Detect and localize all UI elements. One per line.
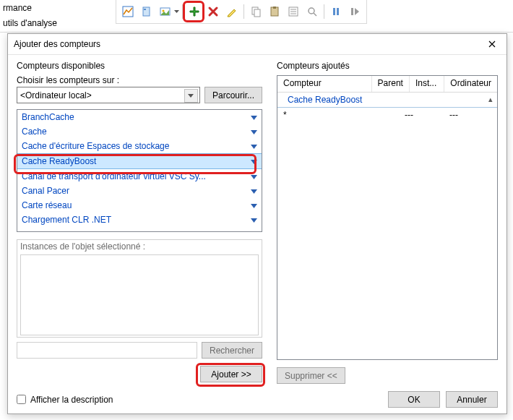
chevron-down-icon[interactable] [249,215,257,225]
counter-item[interactable]: Cache ReadyBoost [17,153,262,169]
counter-item[interactable]: Carte réseau [17,198,262,213]
svg-point-13 [309,8,314,14]
instances-label: Instances de l'objet sélectionné : [20,241,145,252]
computer-combo[interactable]: <Ordinateur local> [17,87,200,103]
bg-text-1: rmance [3,3,32,13]
show-description-input[interactable] [17,395,26,404]
added-counters-table[interactable]: Compteur Parent Inst... Ordinateur Cache… [277,75,498,360]
instances-group: Instances de l'objet sélectionné : [17,239,262,338]
add-counters-dialog: Ajouter des compteurs Compteurs disponib… [7,33,507,414]
counter-item[interactable]: BranchCache [17,110,262,124]
highlight-icon[interactable] [223,3,241,20]
chevron-down-icon[interactable] [249,141,257,151]
chevron-down-icon[interactable] [249,171,257,181]
close-button[interactable] [478,34,506,54]
counter-item[interactable]: Chargement CLR .NET [17,213,262,227]
counter-item-label: Cache [22,127,249,137]
chevron-down-icon[interactable] [249,200,257,210]
counter-item-label: Chargement CLR .NET [22,215,249,225]
counter-item[interactable]: Cache d'écriture Espaces de stockage [17,139,262,153]
object-row[interactable]: Cache ReadyBoost ▴ [277,93,497,108]
chevron-down-icon[interactable] [249,112,257,122]
counter-item-label: Carte réseau [22,200,249,210]
col-parent[interactable]: Parent [372,76,410,92]
add-counter-button[interactable] [186,3,203,20]
computer-combo-value: <Ordinateur local> [20,90,92,100]
svg-line-14 [314,13,316,16]
copy-icon[interactable] [247,3,264,20]
show-description-checkbox[interactable]: Afficher la description [17,395,113,405]
properties-icon[interactable] [285,3,302,20]
ok-button[interactable]: OK [388,391,440,408]
chevron-down-icon[interactable] [249,186,257,196]
counter-item-label: Cache d'écriture Espaces de stockage [22,141,249,151]
svg-point-4 [163,10,165,12]
counter-item[interactable]: Canal de transport d'ordinateur virtuel … [17,169,262,184]
svg-rect-2 [144,9,146,10]
chevron-down-icon[interactable] [249,127,257,137]
bg-text-2: utils d'analyse [3,18,57,28]
choose-computer-label: Choisir les compteurs sur : [17,75,262,85]
dropdown-caret-icon[interactable] [174,10,179,13]
added-counters-label: Compteurs ajoutés [277,61,498,71]
col-computer[interactable]: Ordinateur [444,76,497,92]
search-button[interactable]: Rechercher [202,342,262,359]
add-button[interactable]: Ajouter >> [200,366,262,382]
table-row[interactable]: * --- --- [277,108,497,122]
counter-item[interactable]: Cache [17,124,262,139]
svg-rect-1 [143,7,150,16]
chevron-down-icon[interactable] [184,89,198,103]
step-icon[interactable] [346,3,363,20]
instance-search-input[interactable] [17,342,197,359]
chart-type-icon[interactable] [119,3,137,20]
counter-item-label: Canal Pacer [22,186,249,196]
counter-item-label: Canal de transport d'ordinateur virtuel … [22,171,249,181]
titlebar: Ajouter des compteurs [8,34,506,55]
counter-item-label: Cache ReadyBoost [22,156,249,166]
instances-list[interactable] [20,254,259,335]
toolbar [116,0,367,24]
available-counters-label: Compteurs disponibles [17,61,262,71]
counters-list[interactable]: BranchCacheCacheCache d'écriture Espaces… [17,109,262,232]
svg-rect-15 [333,8,335,15]
col-instance[interactable]: Inst... [410,76,444,92]
delete-button[interactable] [204,3,222,20]
svg-rect-16 [337,8,339,15]
show-description-label: Afficher la description [30,395,113,405]
dialog-title: Ajouter des compteurs [14,39,478,49]
counter-item-label: BranchCache [22,112,249,122]
zoom-icon[interactable] [303,3,321,20]
svg-rect-8 [273,7,276,9]
table-header: Compteur Parent Inst... Ordinateur [277,76,497,93]
chevron-down-icon[interactable] [249,156,257,166]
remove-button[interactable]: Supprimer << [277,367,345,384]
svg-rect-17 [351,8,353,15]
col-counter[interactable]: Compteur [277,76,372,92]
counter-item[interactable]: Canal Pacer [17,184,262,198]
browse-button[interactable]: Parcourir... [204,87,262,103]
page-icon[interactable] [138,3,155,20]
collapse-icon[interactable]: ▴ [488,95,493,104]
svg-rect-6 [254,9,260,17]
cancel-button[interactable]: Annuler [446,391,498,408]
image-icon[interactable] [157,3,174,20]
pause-icon[interactable] [327,3,345,20]
paste-icon[interactable] [266,3,283,20]
